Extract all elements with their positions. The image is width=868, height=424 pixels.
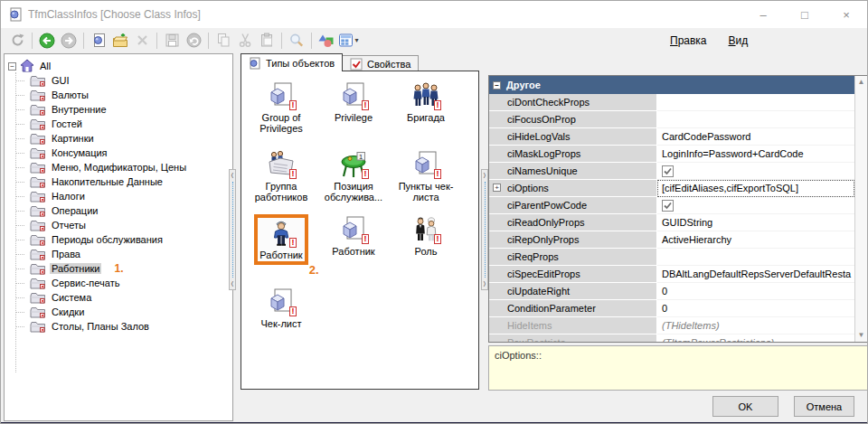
object-type-item[interactable]: !Роль: [390, 214, 462, 287]
property-name[interactable]: ciHideLogVals: [489, 128, 657, 146]
dropdown-arrow-icon[interactable]: ▾: [355, 36, 359, 44]
page-cube-icon: !: [411, 150, 440, 179]
collapse-node-icon[interactable]: −: [8, 62, 16, 71]
refresh-button[interactable]: [7, 31, 27, 51]
search-button[interactable]: [287, 31, 307, 51]
close-button[interactable]: ×: [826, 1, 867, 28]
minimize-button[interactable]: –: [742, 1, 784, 28]
tree-item[interactable]: Сервис-печать: [5, 276, 232, 290]
property-name[interactable]: ciFocusOnProp: [489, 111, 657, 128]
expand-node-icon[interactable]: +: [493, 184, 501, 192]
right-splitter[interactable]: 〉 〉: [481, 169, 488, 290]
open-button[interactable]: [110, 31, 130, 51]
property-name[interactable]: ciParentPowCode: [489, 197, 657, 214]
maximize-button[interactable]: □: [784, 1, 826, 28]
tree-item[interactable]: Периоды обслуживания: [5, 232, 232, 247]
tree-item[interactable]: Картинки: [5, 131, 232, 146]
menu-item[interactable]: Вид: [726, 33, 751, 49]
tree-item[interactable]: Права: [5, 247, 232, 261]
delete-button[interactable]: [132, 31, 152, 51]
tree-item[interactable]: Операции: [5, 203, 232, 218]
forward-button[interactable]: [59, 31, 79, 51]
property-name[interactable]: PowRestricts: [489, 334, 657, 342]
property-value[interactable]: [657, 197, 854, 214]
collapse-right-icon[interactable]: 〉: [484, 279, 486, 288]
paste-button[interactable]: [257, 31, 277, 51]
property-name[interactable]: ciDontCheckProps: [489, 94, 657, 111]
object-type-item[interactable]: !Работник2.: [245, 214, 317, 287]
property-value[interactable]: DBAltLangDefaultRepsServerDefaultResta: [657, 266, 854, 283]
object-type-item[interactable]: !Пункты чек-листа: [390, 149, 462, 214]
property-row: +ciOptions[cifEditAliases,cifExportToSQL…: [489, 180, 854, 197]
exclamation-badge: !: [434, 169, 441, 179]
object-type-item[interactable]: !Группа работников: [245, 149, 317, 214]
tree-item[interactable]: Работники1.: [5, 261, 232, 276]
property-value[interactable]: [657, 111, 854, 128]
object-type-item[interactable]: !Privilege: [317, 80, 390, 149]
back-button[interactable]: [37, 31, 57, 51]
tree-root-item[interactable]: −All: [5, 59, 232, 73]
property-name[interactable]: ciMaskLogProps: [489, 146, 657, 163]
property-grid-scrollbar[interactable]: ▲ ▼: [854, 76, 867, 342]
tab-properties[interactable]: Свойства: [342, 55, 419, 71]
property-value[interactable]: 0: [657, 300, 854, 317]
scroll-down-icon[interactable]: ▼: [858, 332, 865, 339]
undo-button[interactable]: [184, 31, 203, 51]
property-name[interactable]: ciSpecEditProps: [489, 266, 657, 283]
checkbox-checked-icon[interactable]: [662, 165, 674, 177]
property-name[interactable]: ciNamesUnique: [489, 163, 657, 180]
ok-button[interactable]: OK: [712, 396, 778, 417]
property-name[interactable]: ciReqProps: [489, 249, 657, 266]
menu-item[interactable]: Правка: [667, 33, 710, 49]
tree-item[interactable]: Столы, Планы Залов: [5, 319, 232, 334]
property-value[interactable]: [657, 163, 854, 180]
property-value[interactable]: [657, 249, 854, 266]
cancel-button[interactable]: Отмена: [794, 396, 854, 417]
tree-item[interactable]: Меню, Модификаторы, Цены: [5, 160, 232, 174]
property-name[interactable]: ConditionParameter: [489, 300, 657, 317]
grid-view-button[interactable]: ▾: [338, 31, 358, 51]
tree-item[interactable]: Система: [5, 290, 232, 305]
property-name[interactable]: +ciOptions: [489, 180, 657, 197]
copy-button[interactable]: [213, 31, 233, 51]
cut-button[interactable]: [235, 31, 255, 51]
property-name[interactable]: ciUpdateRight: [489, 283, 657, 300]
tree-item[interactable]: Накопительные Данные: [5, 174, 232, 189]
object-type-item[interactable]: !Group of Privileges: [245, 80, 317, 149]
scroll-up-icon[interactable]: ▲: [858, 79, 865, 86]
property-name[interactable]: ciRepOnlyProps: [489, 231, 657, 249]
tree-item[interactable]: Консумация: [5, 146, 232, 160]
collapse-category-icon[interactable]: −: [493, 81, 501, 90]
tree-item[interactable]: Внутренние: [5, 102, 232, 117]
new-item-button[interactable]: [89, 31, 108, 51]
property-name[interactable]: ciReadOnlyProps: [489, 214, 657, 231]
property-category-header[interactable]: − Другое: [489, 76, 854, 94]
tree-item[interactable]: Отчеты: [5, 218, 232, 232]
tree-item[interactable]: Гостей: [5, 117, 232, 131]
property-value[interactable]: (THideItems): [657, 317, 854, 334]
property-value[interactable]: [cifEditAliases,cifExportToSQL]: [657, 180, 854, 197]
tab-object-types[interactable]: Типы объектов: [241, 53, 343, 71]
property-value[interactable]: CardCodePassword: [657, 128, 854, 146]
exclamation-badge: !: [434, 100, 441, 110]
property-name[interactable]: HideItems: [489, 317, 657, 334]
property-value[interactable]: (TItemPowerRestrictions): [657, 334, 854, 342]
object-type-item[interactable]: !Бригада: [390, 80, 462, 149]
object-type-item[interactable]: 1!Позиция обслужива...: [317, 149, 390, 214]
property-value[interactable]: ActiveHierarchy: [657, 231, 854, 249]
checkbox-checked-icon[interactable]: [662, 200, 674, 212]
tree-item[interactable]: Налоги: [5, 189, 232, 203]
property-value[interactable]: GUIDString: [657, 214, 854, 231]
tree-item[interactable]: Скидки: [5, 305, 232, 319]
save-button[interactable]: [162, 31, 182, 51]
property-value[interactable]: [657, 94, 854, 111]
property-row: ciDontCheckProps: [489, 94, 854, 111]
collapse-right-icon[interactable]: 〉: [484, 171, 486, 180]
property-value[interactable]: LoginInfo=Password+CardCode: [657, 146, 854, 163]
object-type-item[interactable]: !Работник: [317, 214, 390, 287]
shapes-button[interactable]: [316, 31, 336, 51]
property-value[interactable]: 0: [657, 283, 854, 300]
tree-item[interactable]: Валюты: [5, 88, 232, 102]
tree-item[interactable]: GUI: [5, 73, 232, 88]
object-type-item[interactable]: !Чек-лист: [245, 287, 317, 353]
